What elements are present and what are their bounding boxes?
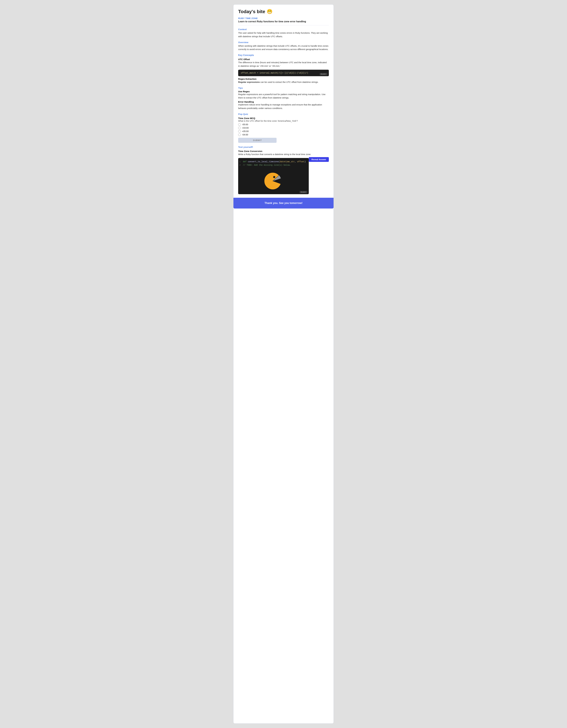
- regex-extraction-title: Regex Extraction: [238, 78, 329, 80]
- pop-quiz-section: Pop Quiz Time Zone MCQ What is the UTC o…: [238, 113, 329, 143]
- code-comma: ,: [295, 161, 297, 163]
- option-2[interactable]: +03:00: [238, 127, 329, 129]
- line-num-2: 2: [238, 163, 243, 167]
- context-text: The user asked for help with handling ti…: [238, 31, 329, 38]
- reveal-answer-button[interactable]: Reveal Answer: [309, 157, 329, 162]
- utc-offset-text: The difference in time (hours and minute…: [238, 61, 329, 68]
- main-card: Today's bite 😁 RUBY TIME ZONE Learn to c…: [233, 4, 334, 724]
- ruby-subtitle: Learn to correct Ruby functions for time…: [238, 20, 329, 23]
- code-line-2: 2 // TODO: Add the missing line(s) below…: [238, 163, 307, 167]
- footer-text: Thank you. See you tomorrow!: [264, 202, 302, 205]
- option-2-label: +03:00: [242, 127, 249, 129]
- title-emoji: 😁: [267, 9, 273, 14]
- radio-option-4[interactable]: [238, 133, 241, 136]
- overview-text: When working with datetime strings that …: [238, 44, 329, 51]
- test-yourself-text: Write a Ruby function that converts a da…: [238, 153, 329, 156]
- code-editor-block: 1 def convert_to_local_timezone(datetime…: [238, 158, 309, 194]
- context-label: Context: [238, 28, 329, 31]
- overview-label: Overview: [238, 41, 329, 44]
- option-4-label: -04:00: [242, 133, 248, 136]
- test-yourself-label: Test yourself!: [238, 146, 329, 148]
- utc-offset-code: offset_match = interval.match(/([+-])(\d…: [238, 70, 329, 76]
- radio-option-2[interactable]: [238, 127, 241, 129]
- ruby-label: RUBY TIME ZONE: [238, 17, 329, 20]
- pop-quiz-title: Time Zone MCQ: [238, 117, 329, 119]
- svg-point-1: [273, 176, 275, 178]
- option-3[interactable]: +05:00: [238, 130, 329, 133]
- regex-rest: can be used to extract the UTC offset fr…: [260, 81, 318, 83]
- code-paren-close: ): [304, 161, 306, 163]
- option-3-label: +05:00: [242, 130, 249, 132]
- tips-section: Tips Use Regex Regular expressions are a…: [238, 87, 329, 110]
- utc-offset-title: UTC Offset: [238, 58, 329, 61]
- code-fn-name: convert_to_local_timezone: [248, 161, 279, 163]
- pop-quiz-question: What is the UTC offset for the time zone…: [238, 120, 329, 122]
- tip-2-text: Implement robust error handling to manag…: [238, 103, 329, 110]
- test-yourself-section: Test yourself! Time Zone Conversion Writ…: [238, 146, 329, 194]
- page-title: Today's bite 😁: [238, 9, 329, 14]
- code-param-2: offset: [297, 161, 304, 163]
- pacman-icon: [263, 171, 282, 191]
- option-4[interactable]: -04:00: [238, 133, 329, 136]
- option-1[interactable]: -05:00: [238, 123, 329, 126]
- option-1-label: -05:00: [242, 123, 248, 126]
- pacman-area: [238, 167, 307, 192]
- pop-quiz-label: Pop Quiz: [238, 113, 329, 115]
- code-editor-inner: 1 def convert_to_local_timezone(datetime…: [238, 158, 309, 194]
- code-comment: // TODO: Add the missing line(s) below.: [243, 163, 291, 167]
- code-param-1: datetime_str: [280, 161, 295, 163]
- tip-1-text: Regular expressions are a powerful tool …: [238, 93, 329, 100]
- tip-2-title: Error Handling: [238, 101, 329, 103]
- key-concepts-label: Key Concepts: [238, 54, 329, 57]
- tips-label: Tips: [238, 87, 329, 89]
- radio-option-3[interactable]: [238, 130, 241, 133]
- tip-1-title: Use Regex: [238, 90, 329, 93]
- regex-bold: Regular expressions: [238, 81, 260, 83]
- line-num-1: 1: [238, 160, 243, 164]
- radio-option-1[interactable]: [238, 123, 241, 126]
- lang-badge-1: RUBY: [320, 73, 327, 75]
- utc-offset-code-text: offset_match = interval.match(/([+-])(\d…: [241, 72, 308, 74]
- submit-button[interactable]: SUBMIT: [238, 138, 277, 143]
- editor-lang-badge: RUBY: [300, 191, 307, 193]
- footer-banner: Thank you. See you tomorrow!: [233, 198, 334, 209]
- code-def-keyword: def: [243, 161, 248, 163]
- code-line-1-text: def convert_to_local_timezone(datetime_s…: [243, 160, 306, 164]
- code-line-1: 1 def convert_to_local_timezone(datetime…: [238, 160, 307, 164]
- title-text: Today's bite: [238, 9, 265, 14]
- regex-extraction-text: Regular expressions can be used to extra…: [238, 80, 329, 84]
- test-yourself-title: Time Zone Conversion: [238, 150, 329, 152]
